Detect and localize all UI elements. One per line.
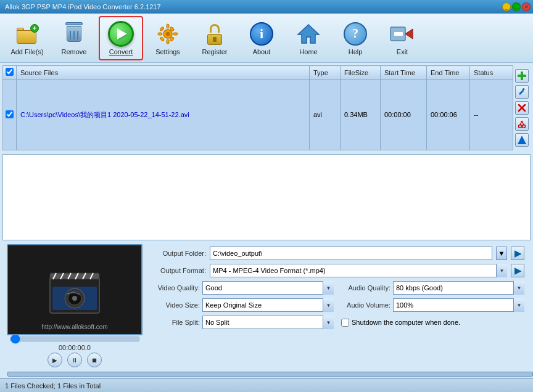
file-split-select[interactable]: No Split: [202, 316, 334, 329]
file-size-cell: 0.34MB: [341, 80, 381, 150]
video-quality-label: Video Quality:: [151, 284, 200, 292]
toolbar: + Add File(s) Remove Convert: [0, 14, 533, 63]
col-type: Type: [310, 66, 341, 80]
minimize-button[interactable]: _: [502, 2, 511, 11]
seek-bar[interactable]: [10, 337, 139, 341]
file-split-half: File Split: No Split ▼: [151, 316, 334, 329]
audio-volume-half: Audio Volume: 100% ▼: [341, 298, 524, 312]
add-files-button[interactable]: + Add File(s): [5, 16, 49, 60]
convert-label: Convert: [109, 48, 133, 55]
svg-rect-2: [167, 24, 169, 28]
video-size-label: Video Size:: [151, 301, 200, 309]
home-button[interactable]: Home: [286, 16, 331, 60]
col-source-files: Source Files: [17, 66, 310, 80]
stop-button[interactable]: ⏹: [87, 353, 102, 367]
sidebar-right: [513, 65, 531, 150]
output-format-select[interactable]: MP4 - MPEG-4 Video Format (*.mp4): [210, 264, 507, 277]
video-preview: http://www.alloksoft.com: [7, 244, 143, 335]
col-end-time: End Time: [427, 66, 470, 80]
file-end-time-cell: 00:00:06: [427, 80, 470, 150]
output-format-browse[interactable]: ▶: [511, 264, 524, 277]
remove-button[interactable]: Remove: [52, 16, 96, 60]
add-folder-icon: +: [15, 24, 39, 44]
progress-bar: [7, 372, 533, 377]
video-size-half: Video Size: Keep Original Size ▼: [151, 298, 334, 312]
output-format-row: Output Format: MP4 - MPEG-4 Video Format…: [151, 264, 524, 277]
register-icon: [205, 23, 225, 45]
svg-marker-23: [518, 136, 526, 144]
maximize-button[interactable]: □: [512, 2, 521, 11]
svg-point-28: [72, 296, 77, 301]
settings-icon: [157, 23, 179, 45]
audio-volume-select[interactable]: 100%: [393, 298, 524, 312]
table-row[interactable]: C:\Users\pc\Videos\我的项目1 2020-05-22_14-5…: [3, 80, 513, 150]
audio-quality-select[interactable]: 80 kbps (Good): [393, 281, 524, 295]
file-path: C:\Users\pc\Videos\我的项目1 2020-05-22_14-5…: [20, 111, 189, 118]
add-file-side-button[interactable]: [515, 69, 529, 83]
home-label: Home: [299, 48, 317, 55]
svg-line-21: [520, 121, 522, 125]
svg-point-19: [519, 125, 522, 128]
pause-button[interactable]: ⏸: [67, 353, 82, 367]
file-table: Source Files Type FileSize Start Time En…: [2, 65, 513, 150]
convert-button[interactable]: Convert: [99, 16, 143, 60]
quality-row: Video Quality: Good ▼ Audio Quality: 80 …: [151, 281, 524, 295]
settings-button[interactable]: Settings: [146, 16, 190, 60]
audio-quality-half: Audio Quality: 80 kbps (Good) ▼: [341, 281, 524, 295]
watermark: http://www.alloksoft.com: [41, 324, 107, 330]
file-start-time-cell: 00:00:00: [381, 80, 427, 150]
register-button[interactable]: Register: [192, 16, 237, 60]
status-bar: 1 Files Checked; 1 Files in Total: [0, 378, 533, 392]
video-quality-select[interactable]: Good: [202, 281, 334, 295]
output-folder-browse[interactable]: ▶: [511, 247, 524, 260]
close-button[interactable]: ✕: [522, 2, 531, 11]
svg-point-20: [523, 125, 526, 128]
file-checkbox[interactable]: [6, 110, 14, 118]
svg-rect-3: [167, 39, 169, 44]
about-label: About: [253, 48, 271, 55]
about-button[interactable]: i About: [239, 16, 284, 60]
output-folder-dropdown[interactable]: ▼: [496, 247, 507, 260]
help-button[interactable]: ? Help: [333, 16, 378, 60]
svg-marker-12: [405, 29, 413, 39]
settings-panel: Output Folder: ▼ ▶ Output Format: MP4 - …: [146, 244, 529, 367]
exit-button[interactable]: Exit: [380, 16, 424, 60]
video-quality-half: Video Quality: Good ▼: [151, 281, 334, 295]
col-filesize: FileSize: [341, 66, 381, 80]
audio-quality-label: Audio Quality:: [341, 284, 390, 292]
select-all-checkbox[interactable]: [6, 68, 14, 76]
window-controls: _ □ ✕: [502, 2, 531, 11]
shutdown-checkbox[interactable]: [341, 319, 349, 327]
empty-file-area: [2, 154, 531, 240]
svg-line-22: [522, 121, 524, 125]
delete-side-button[interactable]: [515, 101, 529, 115]
output-format-label: Output Format:: [151, 267, 206, 274]
file-split-label: File Split:: [151, 319, 200, 326]
info-side-button[interactable]: [515, 133, 529, 147]
col-status: Status: [470, 66, 513, 80]
svg-marker-10: [298, 25, 319, 43]
file-status-cell: --: [470, 80, 513, 150]
svg-rect-8: [160, 36, 165, 41]
clapboard-icon: [44, 262, 105, 317]
svg-rect-15: [521, 71, 523, 80]
remove-label: Remove: [62, 48, 87, 55]
shutdown-label: Shutdown the computer when done.: [352, 319, 460, 326]
settings-label: Settings: [155, 48, 180, 55]
home-icon: [297, 22, 320, 46]
exit-label: Exit: [397, 48, 408, 55]
svg-rect-6: [160, 27, 165, 31]
audio-volume-label: Audio Volume:: [341, 301, 390, 309]
help-icon: ?: [344, 22, 367, 46]
shutdown-half: Shutdown the computer when done.: [341, 316, 524, 329]
exit-icon: [389, 23, 415, 44]
output-folder-input[interactable]: [210, 247, 492, 260]
svg-rect-5: [173, 33, 178, 35]
remove-icon: [64, 22, 85, 46]
edit-side-button[interactable]: [515, 85, 529, 99]
play-button[interactable]: ▶: [48, 353, 62, 367]
video-size-select[interactable]: Keep Original Size: [202, 298, 334, 312]
file-path-cell: C:\Users\pc\Videos\我的项目1 2020-05-22_14-5…: [17, 80, 310, 150]
cut-side-button[interactable]: [515, 117, 529, 131]
register-label: Register: [202, 48, 228, 55]
